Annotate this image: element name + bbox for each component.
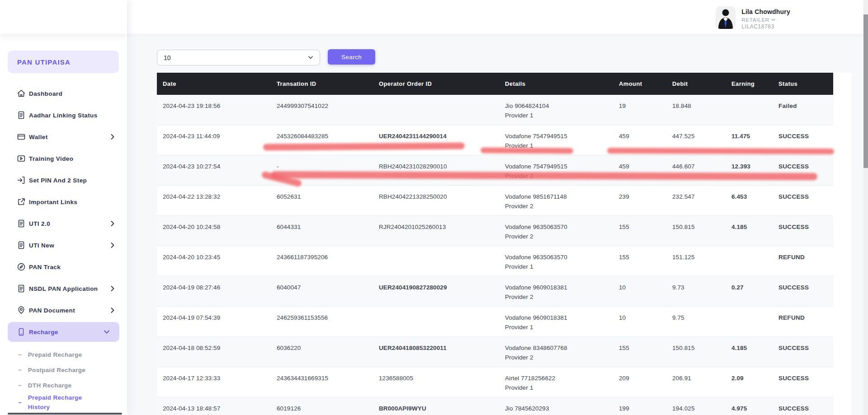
column-header-operator-order-id: Operator Order ID <box>365 80 491 87</box>
cell-status: SUCCESS <box>765 397 833 415</box>
sidebar-item-uti-2-0[interactable]: UTI 2.0 <box>0 213 127 234</box>
cell-earning <box>718 307 765 336</box>
compass-icon <box>17 262 26 271</box>
table-row: 2024-04-19 07:54:39 246259361153556 Voda… <box>157 307 833 337</box>
sidebar: PAN UTIPAISA Dashboard Aadhar Linking St… <box>0 0 127 415</box>
cell-operator-order-id: BR000API9WYU <box>365 397 491 415</box>
app-window: PAN UTIPAISA Dashboard Aadhar Linking St… <box>0 0 868 415</box>
cell-details: Vodafone 8348607768 Provider 2 <box>491 337 605 367</box>
cell-amount: 10 <box>605 276 659 306</box>
cell-status: REFUND <box>765 307 833 336</box>
redaction-scribble <box>263 142 465 150</box>
cell-status: SUCCESS <box>765 276 833 306</box>
location-pin-icon <box>17 306 26 315</box>
cell-date: 2024-04-23 11:44:09 <box>157 125 263 155</box>
cell-operator-order-id: UER2404180853220011 <box>365 337 491 367</box>
cell-debit: 151.125 <box>659 246 718 276</box>
cell-date: 2024-04-23 10:27:54 <box>157 155 263 185</box>
cell-operator-order-id: RBH2404221328250020 <box>365 186 491 215</box>
cell-transaction-id: 243661187395206 <box>263 246 365 276</box>
cell-amount: 239 <box>605 186 659 215</box>
table-row: 2024-04-19 08:27:46 6040047 UER240419082… <box>157 276 833 307</box>
page-scrollbar-thumb[interactable] <box>863 14 868 168</box>
cell-debit: 9.73 <box>659 276 718 306</box>
sidebar-item-important-links[interactable]: Important Links <box>0 191 127 213</box>
chevron-right-icon <box>111 134 114 140</box>
cell-earning: 4.975 <box>718 397 765 415</box>
table-body: 2024-04-23 19:18:56 244999307541022 Jio … <box>157 95 851 415</box>
table-row: 2024-04-20 10:24:58 6044331 RJR240420102… <box>157 216 833 246</box>
dash-bullet-icon: – <box>18 382 22 389</box>
cell-date: 2024-04-19 07:54:39 <box>157 307 263 336</box>
sidebar-subnav: – Prepaid Recharge – Postpaid Recharge –… <box>0 347 127 412</box>
cell-date: 2024-04-23 19:18:56 <box>157 95 263 125</box>
user-role[interactable]: RETAILER <box>741 17 790 23</box>
cell-operator-order-id <box>365 95 491 125</box>
document-icon <box>17 219 26 228</box>
page-scrollbar-track[interactable] <box>863 0 868 415</box>
sidebar-item-pan-document[interactable]: PAN Document <box>0 299 127 321</box>
cell-amount: 459 <box>605 155 659 185</box>
cell-earning: 12.393 <box>718 155 765 185</box>
sidebar-subitem-dth-recharge[interactable]: – DTH Recharge <box>0 378 127 393</box>
document-icon <box>17 111 26 120</box>
cell-date: 2024-04-19 08:27:46 <box>157 276 263 306</box>
chevron-down-icon <box>307 54 314 61</box>
sidebar-item-uti-new[interactable]: UTI New <box>0 234 127 256</box>
cell-date: 2024-04-13 18:48:57 <box>157 397 263 415</box>
cell-details: Vodafone 7547949515 Provider 2 <box>491 155 605 185</box>
column-header-earning: Earning <box>718 80 765 87</box>
cell-date: 2024-04-20 10:23:45 <box>157 246 263 276</box>
cell-details: Vodafone 9635063570 Provider 2 <box>491 216 605 246</box>
cell-debit: 232.547 <box>659 186 718 215</box>
table-row: 2024-04-23 10:27:54 - RBH240423102829001… <box>157 155 833 186</box>
external-link-icon <box>17 197 26 206</box>
sidebar-item-dashboard[interactable]: Dashboard <box>0 83 127 104</box>
sidebar-item-aadhar-linking-status[interactable]: Aadhar Linking Status <box>0 104 127 126</box>
cell-amount: 19 <box>605 95 659 125</box>
cell-debit: 9.75 <box>659 307 718 336</box>
sidebar-nav: Dashboard Aadhar Linking Status Wallet T… <box>0 83 127 343</box>
cell-transaction-id: 6040047 <box>263 276 365 306</box>
sidebar-subitem-prepaid-recharge-history[interactable]: – Prepaid Recharge History <box>0 393 127 412</box>
cell-earning: 4.185 <box>718 337 765 367</box>
cell-details: Airtel 7718256622 Provider 1 <box>491 367 605 397</box>
sidebar-item-wallet[interactable]: Wallet <box>0 126 127 148</box>
cell-date: 2024-04-22 13:28:32 <box>157 186 263 215</box>
search-button[interactable]: Search <box>328 49 375 65</box>
sidebar-subitem-prepaid-recharge[interactable]: – Prepaid Recharge <box>0 347 127 362</box>
sidebar-item-training-video[interactable]: Training Video <box>0 148 127 169</box>
dash-bullet-icon: – <box>18 399 22 406</box>
cell-transaction-id: 246259361153556 <box>263 307 365 336</box>
column-header-transation-id: Transation ID <box>263 80 365 87</box>
cell-details: Vodafone 9609018381 Provider 2 <box>491 276 605 306</box>
column-header-amount: Amount <box>605 80 659 87</box>
sidebar-subitem-postpaid-recharge[interactable]: – Postpaid Recharge <box>0 362 127 378</box>
sidebar-item-set-pin-and-2-step[interactable]: Set PIN And 2 Step <box>0 169 127 191</box>
cell-amount: 155 <box>605 216 659 246</box>
dash-bullet-icon: – <box>18 351 22 358</box>
top-navbar: Lila Chowdhury RETAILER LILAC18763 <box>127 0 868 34</box>
cell-debit: 446.607 <box>659 155 718 185</box>
sidebar-item-pan-track[interactable]: PAN Track <box>0 256 127 278</box>
cell-date: 2024-04-18 08:52:59 <box>157 337 263 367</box>
cell-debit: 150.815 <box>659 337 718 367</box>
table-row: 2024-04-13 18:48:57 6019126 BR000API9WYU… <box>157 397 833 415</box>
cell-operator-order-id <box>365 307 491 336</box>
sidebar-item-recharge[interactable]: Recharge <box>8 322 119 342</box>
cell-transaction-id: 244999307541022 <box>263 95 365 125</box>
chevron-right-icon <box>111 286 114 292</box>
sidebar-item-nsdl-pan-application[interactable]: NSDL PAN Application <box>0 278 127 299</box>
cell-details: Vodafone 9851671148 Provider 2 <box>491 186 605 215</box>
cell-earning: 0.27 <box>718 276 765 306</box>
cell-earning: 6.453 <box>718 186 765 215</box>
user-menu[interactable]: Lila Chowdhury RETAILER LILAC18763 <box>716 6 790 30</box>
page-size-select[interactable]: 10 <box>157 50 320 65</box>
recharge-history-table: DateTransation IDOperator Order IDDetail… <box>157 73 851 415</box>
sidebar-scrollbar[interactable] <box>8 413 122 415</box>
chevron-right-icon <box>111 221 114 227</box>
login-icon <box>17 176 26 185</box>
cell-status: SUCCESS <box>765 216 833 246</box>
user-id: LILAC18763 <box>741 23 790 30</box>
table-row: 2024-04-22 13:28:32 6052631 RBH240422132… <box>157 186 833 216</box>
